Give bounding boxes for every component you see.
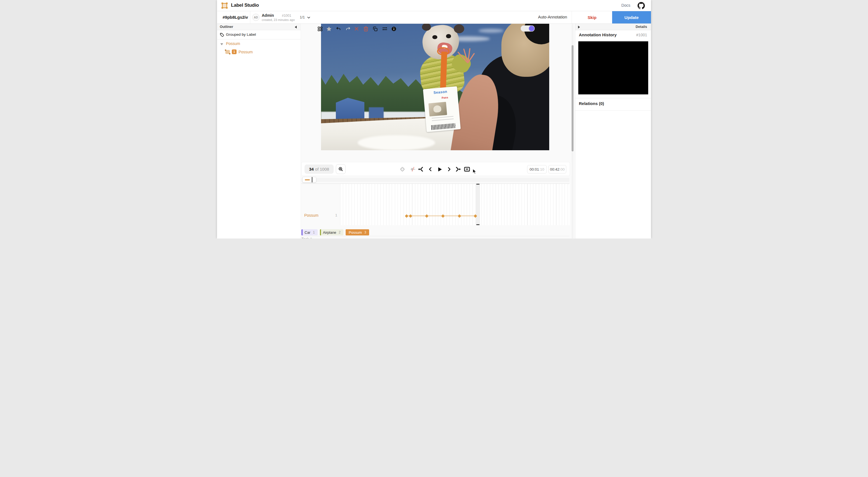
total-time: 00:42 (550, 167, 560, 171)
label-hotkey: 2 (339, 230, 341, 234)
region-row-possum[interactable]: 1 Possum (217, 48, 301, 56)
github-icon[interactable] (638, 2, 645, 9)
close-icon (354, 26, 359, 31)
keyframe-diamond[interactable] (441, 214, 445, 218)
keyframe-diamond[interactable] (409, 214, 412, 218)
task-id: #9pb8Lgs2iv (223, 15, 248, 20)
undo-button[interactable] (335, 25, 342, 32)
add-keyframe-button[interactable] (399, 166, 406, 173)
keyframe-diamond[interactable] (425, 214, 429, 218)
video-canvas[interactable]: Season Pass (321, 24, 549, 150)
ground-truth-button[interactable] (325, 25, 333, 32)
settings-button[interactable] (381, 25, 389, 32)
label-chip-airplane[interactable]: Airplane 2 (320, 229, 343, 235)
track-label-possum[interactable]: Possum (304, 213, 318, 217)
minimap-playhead (312, 177, 312, 182)
label-color-bar (346, 229, 347, 235)
badge-text-line (432, 116, 454, 118)
panel-divider (575, 98, 651, 98)
update-button[interactable]: Update (612, 11, 651, 24)
expand-panel-icon[interactable] (578, 26, 580, 29)
next-keyframe-button[interactable] (455, 166, 462, 173)
docs-link[interactable]: Docs (621, 3, 630, 7)
possum-paw (459, 41, 477, 63)
label-studio-app: Label Studio Docs #9pb8Lgs2iv AD Admin #… (217, 0, 651, 238)
timeline-minimap-thumb[interactable] (302, 177, 316, 183)
sliders-icon (382, 26, 388, 32)
badge-text-line (432, 118, 454, 121)
duplicate-annotation-button[interactable] (371, 25, 379, 32)
zoom-button[interactable] (336, 164, 346, 174)
star-icon (326, 26, 332, 32)
toggle-interpolation-button[interactable] (409, 166, 417, 173)
auto-annotation-toggle[interactable] (521, 25, 535, 32)
tree-group-possum[interactable]: Possum (226, 41, 240, 46)
details-panel-title: Details (636, 25, 647, 29)
undo-icon (336, 26, 341, 32)
tree-collapse-caret-icon[interactable] (220, 43, 223, 45)
possum-eye (446, 34, 451, 38)
delete-annotation-button[interactable] (362, 25, 369, 32)
label-color-bar (320, 229, 321, 235)
footer-divider (302, 236, 569, 236)
video-blue-hut (336, 98, 364, 120)
info-icon (391, 26, 397, 32)
collapse-panel-icon[interactable] (295, 26, 297, 29)
next-frame-button[interactable] (445, 166, 453, 173)
info-button[interactable] (390, 25, 397, 32)
redo-button[interactable] (344, 25, 351, 32)
view-all-button[interactable] (316, 25, 323, 32)
timeline-grid[interactable] (340, 184, 570, 225)
details-panel-header: Details (575, 24, 651, 30)
label-chip-possum[interactable]: Possum 3 (346, 229, 369, 235)
toolbar-divider (250, 11, 250, 24)
play-icon (437, 166, 443, 172)
user-avatar[interactable]: AD (252, 14, 259, 21)
current-time: 00:01 (530, 167, 539, 171)
keyframe-diamond[interactable] (405, 214, 408, 218)
prev-keyframe-icon (417, 166, 424, 173)
region-label: Possum (239, 50, 253, 54)
trash-icon (363, 26, 369, 32)
label-chip-car[interactable]: Car 1 (302, 229, 318, 235)
prev-frame-button[interactable] (427, 166, 434, 173)
badge-text-pass: Pass (441, 96, 448, 99)
play-button[interactable] (436, 166, 443, 173)
reset-button[interactable] (353, 25, 360, 32)
badge-strap-loop (437, 47, 450, 55)
season-pass-badge: Season Pass (423, 86, 461, 132)
chevron-right-icon (446, 166, 452, 172)
chevron-down-icon[interactable] (307, 15, 311, 20)
annotation-id: #1001 (282, 14, 291, 18)
frames-box-icon (464, 166, 470, 173)
outliner-panel: Outliner Grouped by Label Possum 1 Possu… (217, 24, 301, 238)
annotation-history-id: #1001 (636, 33, 647, 37)
timeline-playhead[interactable] (476, 184, 480, 225)
relations-title: Relations (0) (579, 101, 604, 106)
label-color-bar (302, 229, 303, 235)
total-time-frames: :00 (560, 167, 565, 171)
badge-photo (428, 102, 447, 116)
skip-button[interactable]: Skip (571, 11, 612, 24)
label-name: Airplane (323, 230, 336, 235)
current-time-display[interactable]: 00:01:10 (527, 165, 547, 173)
frame-counter[interactable]: 34 of 1008 (305, 165, 334, 174)
annotation-history-preview[interactable] (578, 41, 648, 94)
skip-button-label: Skip (588, 15, 596, 20)
timeline-minimap-track[interactable] (302, 178, 569, 182)
label-hotkey-bar: Car 1 Airplane 2 Possum 3 (302, 229, 369, 235)
chevron-left-icon (428, 166, 433, 172)
main-scrollbar-thumb[interactable] (571, 45, 574, 151)
redo-icon (345, 26, 351, 32)
video-cloud (478, 29, 504, 33)
outliner-header: Outliner (217, 24, 301, 30)
timeline-label-column: Possum 1 (302, 184, 340, 225)
region-index-badge: 1 (232, 49, 237, 54)
prev-keyframe-button[interactable] (417, 166, 425, 173)
grouping-selector[interactable]: Grouped by Label (217, 30, 301, 39)
total-frames: of 1008 (315, 167, 329, 171)
keyframe-diamond[interactable] (458, 214, 461, 218)
badge-strap (440, 52, 447, 90)
timeline-collapse-button[interactable] (463, 166, 471, 173)
annotator-name: Admin (262, 13, 274, 18)
